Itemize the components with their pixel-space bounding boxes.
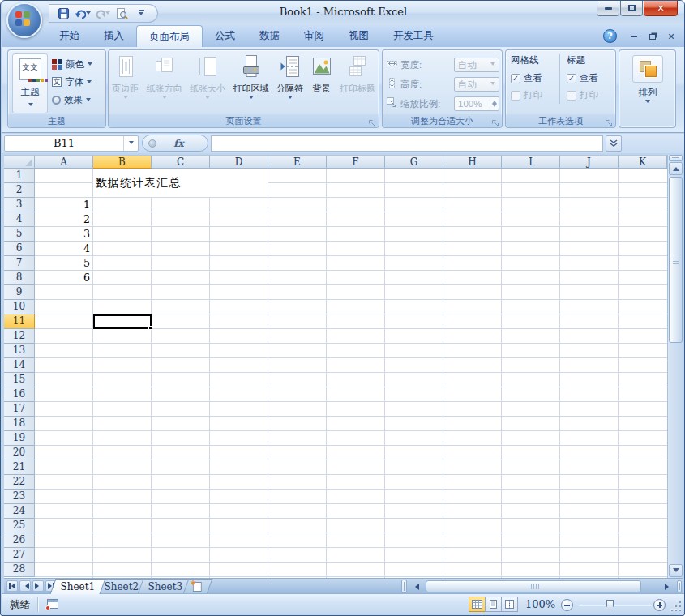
zoom-slider-track[interactable] <box>579 605 652 606</box>
cell-A4[interactable]: 2 <box>35 212 93 227</box>
themes-button[interactable]: 文文 主题 <box>12 53 48 113</box>
row-header-18[interactable]: 18 <box>4 417 35 431</box>
ribbon-tab-data[interactable]: 数据 <box>247 25 292 47</box>
sheet-options-dialog-launcher-icon[interactable] <box>605 117 614 126</box>
row-header-26[interactable]: 26 <box>4 533 35 548</box>
column-header-A[interactable]: A <box>35 155 93 169</box>
vertical-split-handle[interactable] <box>669 155 683 161</box>
zoom-out-icon[interactable] <box>561 599 573 611</box>
select-all-button[interactable] <box>4 155 35 169</box>
row-header-22[interactable]: 22 <box>4 475 35 490</box>
row-header-13[interactable]: 13 <box>4 344 35 358</box>
arrange-button[interactable]: 排列 <box>631 55 665 123</box>
headings-view-option[interactable]: ✓查看 <box>567 70 613 87</box>
scale-spin-up-icon[interactable] <box>492 98 497 104</box>
fill-handle[interactable] <box>148 326 152 330</box>
row-header-19[interactable]: 19 <box>4 431 35 446</box>
cell-A3[interactable]: 1 <box>35 198 93 212</box>
ribbon-tab-view[interactable]: 视图 <box>336 25 381 47</box>
scale-spinner[interactable]: 100% <box>454 96 499 111</box>
gridlines-view-checkbox[interactable]: ✓ <box>511 74 520 83</box>
column-header-H[interactable]: H <box>443 155 502 169</box>
row-header-8[interactable]: 8 <box>4 271 35 285</box>
page-break-view-button[interactable] <box>501 597 518 612</box>
row-header-21[interactable]: 21 <box>4 460 35 475</box>
height-dropdown-icon[interactable] <box>490 82 495 88</box>
breaks-dropdown-icon[interactable] <box>288 96 293 101</box>
row-header-11[interactable]: 11 <box>4 314 35 329</box>
selected-cell-B11[interactable] <box>93 314 152 329</box>
office-button[interactable] <box>6 2 42 38</box>
cell-A5[interactable]: 3 <box>35 227 93 242</box>
close-button[interactable]: ✕ <box>644 1 678 16</box>
row-header-4[interactable]: 4 <box>4 212 35 227</box>
row-header-5[interactable]: 5 <box>4 227 35 242</box>
horizontal-split-handle[interactable] <box>677 580 682 592</box>
row-header-9[interactable]: 9 <box>4 285 35 300</box>
zoom-slider-thumb[interactable] <box>606 600 614 610</box>
row-header-2[interactable]: 2 <box>4 183 35 198</box>
page-setup-dialog-launcher-icon[interactable] <box>368 117 377 126</box>
cell-A8[interactable]: 6 <box>35 271 93 285</box>
row-header-24[interactable]: 24 <box>4 504 35 519</box>
row-header-17[interactable]: 17 <box>4 402 35 417</box>
previous-sheet-icon[interactable] <box>19 580 31 592</box>
row-header-23[interactable]: 23 <box>4 490 35 504</box>
ribbon-tab-page-layout[interactable]: 页面布局 <box>136 25 203 47</box>
scale-to-fit-dialog-launcher-icon[interactable] <box>491 117 500 126</box>
tab-split-handle[interactable] <box>401 580 407 593</box>
scale-spin-down-icon[interactable] <box>492 104 497 109</box>
column-header-K[interactable]: K <box>619 155 667 169</box>
row-header-14[interactable]: 14 <box>4 358 35 373</box>
cell-A6[interactable]: 4 <box>35 242 93 256</box>
row-header-3[interactable]: 3 <box>4 198 35 212</box>
row-header-25[interactable]: 25 <box>4 519 35 533</box>
row-header-27[interactable]: 27 <box>4 548 35 563</box>
column-header-D[interactable]: D <box>210 155 268 169</box>
next-sheet-icon[interactable] <box>32 580 44 592</box>
breaks-button[interactable]: 分隔符 <box>276 53 304 116</box>
scroll-left-icon[interactable] <box>409 580 422 592</box>
cell-A7[interactable]: 5 <box>35 256 93 271</box>
background-button[interactable]: 背景 <box>310 53 333 116</box>
height-dropdown[interactable]: 自动 <box>454 77 499 92</box>
theme-effects-button[interactable]: 效果 <box>52 91 104 109</box>
row-header-15[interactable]: 15 <box>4 373 35 387</box>
column-header-I[interactable]: I <box>502 155 560 169</box>
row-header-6[interactable]: 6 <box>4 242 35 256</box>
column-header-E[interactable]: E <box>268 155 327 169</box>
theme-fonts-button[interactable]: 文 字体 <box>52 73 104 91</box>
expand-formula-bar-icon[interactable] <box>606 135 622 152</box>
normal-view-button[interactable] <box>469 597 486 612</box>
page-layout-view-button[interactable] <box>485 597 502 612</box>
maximize-button[interactable] <box>620 1 643 16</box>
name-box-dropdown-icon[interactable] <box>123 136 138 151</box>
first-sheet-icon[interactable] <box>6 580 18 592</box>
workbook-restore-icon[interactable] <box>647 32 658 41</box>
row-header-12[interactable]: 12 <box>4 329 35 344</box>
print-area-button[interactable]: 打印区域 <box>233 53 270 116</box>
row-header-1[interactable]: 1 <box>4 169 35 183</box>
row-header-20[interactable]: 20 <box>4 446 35 460</box>
insert-function-button[interactable]: fx <box>142 135 208 152</box>
cells-area[interactable]: 数据统计表汇总 123456 <box>35 169 670 578</box>
row-header-7[interactable]: 7 <box>4 256 35 271</box>
macro-record-button[interactable] <box>45 597 60 610</box>
ribbon-tab-formulas[interactable]: 公式 <box>203 25 247 47</box>
row-header-28[interactable]: 28 <box>4 563 35 577</box>
column-header-J[interactable]: J <box>560 155 619 169</box>
help-icon[interactable]: ? <box>603 29 617 43</box>
horizontal-scroll-thumb[interactable] <box>426 580 641 592</box>
workbook-minimize-icon[interactable] <box>628 32 640 41</box>
theme-colors-button[interactable]: 颜色 <box>52 55 104 73</box>
workbook-close-icon[interactable]: ✕ <box>666 32 677 41</box>
sheet-tab-sheet1[interactable]: Sheet1 <box>50 579 106 594</box>
ribbon-tab-developer[interactable]: 开发工具 <box>381 25 446 47</box>
vertical-scrollbar[interactable] <box>667 155 683 578</box>
column-header-C[interactable]: C <box>152 155 210 169</box>
scroll-right-icon[interactable] <box>662 580 674 592</box>
merged-title-cell[interactable]: 数据统计表汇总 <box>93 169 268 198</box>
insert-worksheet-tab[interactable]: * <box>183 579 213 594</box>
minimize-button[interactable] <box>597 1 619 16</box>
name-box[interactable]: B11 <box>4 135 139 152</box>
